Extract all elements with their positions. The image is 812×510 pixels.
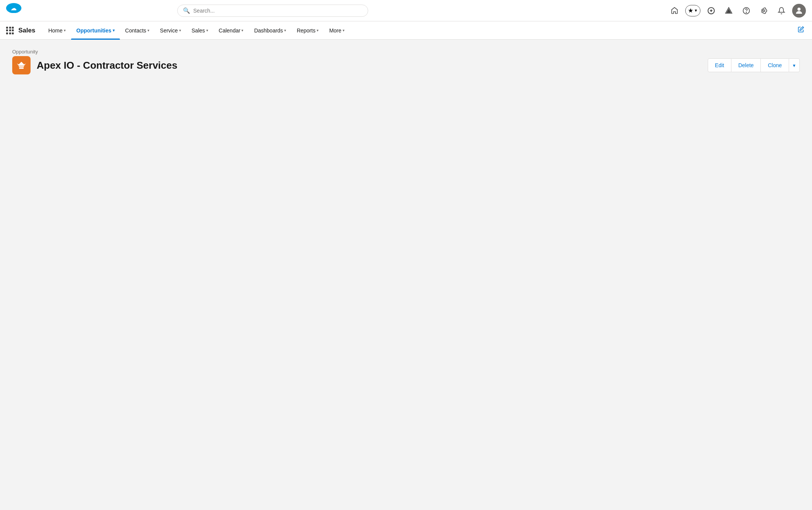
nav-opportunities-chevron: ▾ bbox=[113, 28, 115, 32]
nav-calendar[interactable]: Calendar ▾ bbox=[214, 21, 249, 40]
app-name: Sales bbox=[18, 27, 35, 34]
svg-point-8 bbox=[746, 12, 746, 12]
grid-icon bbox=[6, 27, 14, 34]
nav-calendar-chevron: ▾ bbox=[241, 28, 243, 32]
actions-dropdown-button[interactable]: ▾ bbox=[789, 58, 800, 72]
header: ☁ 🔍 ★ ▼ bbox=[0, 0, 812, 21]
settings-btn[interactable] bbox=[757, 4, 771, 18]
favorites-btn[interactable]: ★ ▼ bbox=[685, 5, 700, 16]
svg-rect-12 bbox=[19, 68, 24, 69]
nav-dashboards-chevron: ▾ bbox=[284, 28, 286, 32]
nav-sales-label: Sales bbox=[192, 27, 205, 34]
app-launcher-btn[interactable] bbox=[3, 24, 17, 37]
svg-text:☁: ☁ bbox=[11, 5, 17, 11]
record-title: Apex IO - Contractor Services bbox=[37, 60, 177, 71]
notifications-btn[interactable] bbox=[775, 4, 788, 18]
nav-edit-btn[interactable] bbox=[793, 26, 809, 35]
svg-point-9 bbox=[763, 10, 765, 11]
nav-sales[interactable]: Sales ▾ bbox=[186, 21, 214, 40]
nav-reports-label: Reports bbox=[297, 27, 315, 34]
nav-more[interactable]: More ▾ bbox=[324, 21, 350, 40]
nav-dashboards-label: Dashboards bbox=[254, 27, 283, 34]
search-icon: 🔍 bbox=[183, 7, 190, 14]
nav-contacts[interactable]: Contacts ▾ bbox=[120, 21, 155, 40]
nav-opportunities[interactable]: Opportunities ▾ bbox=[71, 21, 120, 40]
record-icon bbox=[12, 56, 31, 74]
record-header: Apex IO - Contractor Services Edit Delet… bbox=[12, 56, 800, 74]
clone-button[interactable]: Clone bbox=[760, 58, 789, 72]
trailhead-btn[interactable] bbox=[722, 4, 736, 18]
nav-opportunities-label: Opportunities bbox=[76, 27, 112, 34]
nav-service-label: Service bbox=[160, 27, 178, 34]
search-container: 🔍 bbox=[177, 5, 368, 17]
nav-service-chevron: ▾ bbox=[179, 28, 181, 32]
nav-sales-chevron: ▾ bbox=[206, 28, 208, 32]
user-avatar[interactable] bbox=[792, 4, 806, 18]
nav-home[interactable]: Home ▾ bbox=[43, 21, 71, 40]
nav-items: Home ▾ Opportunities ▾ Contacts ▾ Servic… bbox=[43, 21, 793, 40]
nav-reports[interactable]: Reports ▾ bbox=[291, 21, 324, 40]
add-btn[interactable] bbox=[704, 4, 718, 18]
help-btn[interactable] bbox=[739, 4, 753, 18]
nav-contacts-chevron: ▾ bbox=[147, 28, 149, 32]
star-icon: ★ bbox=[688, 7, 693, 14]
home-icon-btn[interactable] bbox=[668, 4, 681, 18]
nav-home-chevron: ▾ bbox=[64, 28, 66, 32]
delete-button[interactable]: Delete bbox=[731, 58, 760, 72]
salesforce-logo: ☁ bbox=[6, 3, 21, 18]
dropdown-chevron-icon: ▾ bbox=[793, 63, 796, 68]
search-input[interactable] bbox=[193, 8, 362, 14]
page-content: Opportunity Apex IO - Contractor Service… bbox=[0, 40, 812, 84]
chevron-icon: ▼ bbox=[694, 8, 698, 13]
nav-service[interactable]: Service ▾ bbox=[155, 21, 186, 40]
svg-point-10 bbox=[797, 8, 801, 11]
header-actions: ★ ▼ bbox=[668, 4, 806, 18]
nav-home-label: Home bbox=[48, 27, 62, 34]
breadcrumb: Opportunity bbox=[12, 49, 800, 55]
nav-reports-chevron: ▾ bbox=[317, 28, 319, 32]
nav-dashboards[interactable]: Dashboards ▾ bbox=[249, 21, 291, 40]
nav-contacts-label: Contacts bbox=[125, 27, 146, 34]
nav-calendar-label: Calendar bbox=[219, 27, 241, 34]
nav-more-chevron: ▾ bbox=[343, 28, 345, 32]
navbar: Sales Home ▾ Opportunities ▾ Contacts ▾ … bbox=[0, 21, 812, 40]
record-actions: Edit Delete Clone ▾ bbox=[708, 58, 800, 72]
nav-more-label: More bbox=[329, 27, 341, 34]
edit-button[interactable]: Edit bbox=[708, 58, 731, 72]
svg-rect-11 bbox=[19, 66, 24, 67]
